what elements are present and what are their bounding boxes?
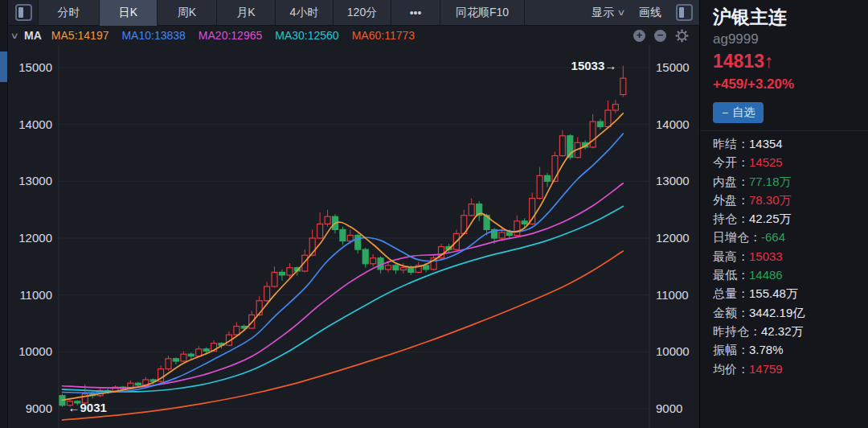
ma-line-ma10 xyxy=(63,134,624,393)
instrument-title: 沪银主连 xyxy=(713,5,787,30)
tab-zhouk[interactable]: 周K xyxy=(157,0,217,26)
tab-yuek[interactable]: 月K xyxy=(216,0,276,26)
trading-app-window: 分时日K周K月K4小时120分•••同花顺F10 显示 ∨ 画线 ∨ MA MA… xyxy=(0,0,868,428)
tab-more[interactable]: ••• xyxy=(391,0,440,26)
left-strip-scroll-indicator[interactable] xyxy=(0,51,7,82)
left-edge-strip xyxy=(0,0,8,428)
tab-4hour[interactable]: 4小时 xyxy=(275,0,334,26)
svg-text:13000: 13000 xyxy=(18,174,52,187)
price-change: +459/+3.20% xyxy=(713,76,794,93)
toggle-left-panel-icon[interactable] xyxy=(15,4,32,21)
ma-value-ma20: MA20:12965 xyxy=(199,29,262,42)
svg-text:11000: 11000 xyxy=(19,288,52,302)
chart-zoom-controls: + − xyxy=(633,29,689,43)
svg-text:10000: 10000 xyxy=(18,344,52,358)
stat-label: 振幅： xyxy=(713,343,749,356)
tab-strip: 分时日K周K月K4小时120分•••同花顺F10 xyxy=(39,0,525,25)
stat-label: 均价： xyxy=(713,362,749,376)
stat-value: 15033 xyxy=(749,249,783,263)
candlestick-chart[interactable]: 1500015000140001400013000130001200012000… xyxy=(8,45,699,428)
display-dropdown-button[interactable]: 显示 ∨ xyxy=(592,6,624,20)
svg-text:14000: 14000 xyxy=(656,117,690,131)
stat-row: 日增仓：-664 xyxy=(713,228,863,246)
ma-label: MA xyxy=(24,29,42,42)
toolbar-right-group: 显示 ∨ 画线 xyxy=(592,0,699,25)
stat-row: 最低：14486 xyxy=(713,265,863,284)
svg-text:9000: 9000 xyxy=(656,401,682,415)
stat-label: 日增仓： xyxy=(713,230,761,244)
stat-value: 14354 xyxy=(749,137,783,150)
quote-stats-list: 昨结：14354今开：14525内盘：77.18万外盘：78.30万持仓：42.… xyxy=(713,134,863,378)
panel-divider xyxy=(700,130,868,131)
stat-row: 昨持仓：42.32万 xyxy=(713,322,863,340)
tab-rik[interactable]: 日K xyxy=(99,0,158,26)
draw-label: 画线 xyxy=(639,6,661,20)
draw-line-button[interactable]: 画线 xyxy=(639,6,661,20)
stat-row: 总量：155.48万 xyxy=(713,284,863,302)
svg-text:15000: 15000 xyxy=(656,60,690,74)
svg-text:15000: 15000 xyxy=(18,60,52,74)
ma-indicator-bar: ∨ MA MA5:14197MA10:13838MA20:12965MA30:1… xyxy=(8,26,699,45)
toggle-right-panel-icon[interactable] xyxy=(676,4,693,21)
tab-f10[interactable]: 同花顺F10 xyxy=(440,0,525,26)
stat-value: 14759 xyxy=(749,362,783,376)
stat-label: 外盘： xyxy=(713,193,749,207)
ma-value-ma10: MA10:13838 xyxy=(121,29,185,42)
svg-text:13000: 13000 xyxy=(656,174,690,187)
stat-row: 昨结：14354 xyxy=(713,134,863,153)
tab-fenshi[interactable]: 分时 xyxy=(38,0,100,26)
stat-row: 内盘：77.18万 xyxy=(713,172,863,191)
stat-value: 3442.19亿 xyxy=(749,306,805,319)
stat-value: 77.18万 xyxy=(749,175,792,188)
stat-value: 14486 xyxy=(749,268,783,282)
watchlist-button-label: 自选 xyxy=(732,105,755,120)
instrument-code: ag9999 xyxy=(713,31,759,47)
stat-row: 均价：14759 xyxy=(713,360,863,378)
minus-icon: − xyxy=(722,106,728,119)
watchlist-remove-button[interactable]: − 自选 xyxy=(713,102,764,123)
ma-value-ma30: MA30:12560 xyxy=(275,29,338,42)
svg-text:10000: 10000 xyxy=(656,344,690,358)
quote-panel: 沪银主连 ag9999 14813↑ +459/+3.20% − 自选 昨结：1… xyxy=(699,0,868,428)
ma-value-ma60: MA60:11773 xyxy=(352,29,415,42)
toolbar: 分时日K周K月K4小时120分•••同花顺F10 显示 ∨ 画线 xyxy=(8,0,699,26)
stat-row: 最高：15033 xyxy=(713,247,863,265)
svg-text:15033→: 15033→ xyxy=(571,59,617,72)
stat-label: 金额： xyxy=(713,306,749,319)
up-arrow-icon: ↑ xyxy=(764,51,774,72)
svg-text:←9031: ←9031 xyxy=(68,401,107,414)
stat-value: 78.30万 xyxy=(749,193,792,207)
svg-text:14000: 14000 xyxy=(18,117,52,131)
stat-label: 昨持仓： xyxy=(713,324,761,338)
stat-value: 3.78% xyxy=(749,343,784,356)
stat-row: 持仓：42.25万 xyxy=(713,209,863,228)
stat-row: 外盘：78.30万 xyxy=(713,191,863,209)
zoom-in-button[interactable]: + xyxy=(633,30,645,42)
stat-label: 今开： xyxy=(713,155,749,169)
stat-row: 金额：3442.19亿 xyxy=(713,303,863,322)
toolbar-left-icon-cell xyxy=(8,0,39,25)
stat-value: 14525 xyxy=(749,155,783,169)
stat-label: 内盘： xyxy=(713,175,749,188)
stat-row: 今开：14525 xyxy=(713,153,863,171)
stat-label: 最低： xyxy=(713,268,749,282)
settings-gear-icon[interactable] xyxy=(675,29,689,43)
display-label: 显示 xyxy=(592,6,614,20)
ma-line-ma20 xyxy=(63,183,624,388)
stat-label: 最高： xyxy=(713,249,749,263)
ma-line-ma5 xyxy=(63,113,624,401)
svg-text:9000: 9000 xyxy=(26,401,52,415)
zoom-out-button[interactable]: − xyxy=(654,30,666,42)
stat-value: 155.48万 xyxy=(749,286,798,300)
svg-text:11000: 11000 xyxy=(656,288,689,302)
chart-region[interactable]: 1500015000140001400013000130001200012000… xyxy=(8,45,699,428)
ma-value-ma5: MA5:14197 xyxy=(51,29,109,42)
last-price: 14813↑ xyxy=(713,51,773,72)
ma-values-list: MA5:14197MA10:13838MA20:12965MA30:12560M… xyxy=(51,29,415,42)
ma-collapse-chevron-icon[interactable]: ∨ xyxy=(10,31,18,41)
svg-text:12000: 12000 xyxy=(656,231,690,245)
tab-120min[interactable]: 120分 xyxy=(333,0,391,26)
svg-text:12000: 12000 xyxy=(18,231,52,245)
stat-label: 昨结： xyxy=(713,137,749,150)
stat-row: 振幅：3.78% xyxy=(713,340,863,359)
